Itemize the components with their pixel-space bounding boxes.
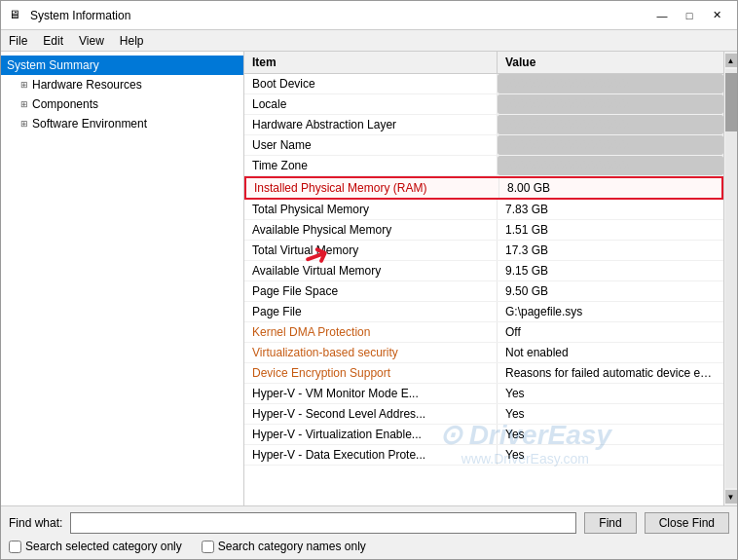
row-item-label: Time Zone — [244, 156, 498, 175]
table-row[interactable]: Hyper-V - Data Execution Prote...Yes — [244, 445, 723, 466]
check-category-names[interactable]: Search category names only — [202, 540, 366, 553]
table-row[interactable]: Device Encryption SupportReasons for fai… — [244, 363, 723, 384]
row-item-value: XXXXXXXXXXXXXXXX — [498, 135, 723, 155]
minimize-button[interactable]: — — [649, 5, 675, 26]
row-item-value: 17.3 GB — [498, 241, 723, 260]
expand-icon: ⊞ — [20, 99, 28, 109]
table-row[interactable]: Page FileG:\pagefile.sys — [244, 302, 723, 322]
content-wrapper: Item Value Boot DeviceXXXXXXXXXXXXXXXXLo… — [244, 52, 737, 505]
expand-icon: ⊞ — [20, 119, 28, 129]
sidebar-label: Hardware Resources — [32, 78, 142, 92]
title-buttons: — □ ✕ — [649, 5, 729, 26]
row-item-label: Hyper-V - Second Level Addres... — [244, 404, 498, 424]
sidebar-label: Software Environment — [32, 117, 147, 131]
find-button[interactable]: Find — [584, 512, 636, 534]
row-item-label: Hyper-V - VM Monitor Mode E... — [244, 384, 498, 403]
row-item-label: Installed Physical Memory (RAM) — [246, 178, 499, 198]
row-item-label: Page File Space — [244, 281, 498, 301]
menu-item-edit[interactable]: Edit — [35, 32, 71, 50]
menu-item-file[interactable]: File — [1, 32, 35, 50]
row-item-label: Locale — [244, 94, 498, 114]
table-row[interactable]: Available Physical Memory1.51 GB — [244, 220, 723, 241]
check-category-names-label: Search category names only — [218, 540, 366, 553]
bottom-bar: Find what: Find Close Find Search select… — [1, 505, 737, 559]
header-item: Item — [244, 52, 498, 73]
check-selected-category-label: Search selected category only — [25, 540, 182, 553]
find-label: Find what: — [9, 516, 62, 530]
table-header: Item Value — [244, 52, 723, 74]
table-row[interactable]: Hyper-V - Virtualization Enable...Yes — [244, 425, 723, 445]
row-item-value: 9.15 GB — [498, 261, 723, 280]
table-row[interactable]: Time ZoneXXXXXXXXXXXXXXXX — [244, 156, 723, 176]
table-row[interactable]: Available Virtual Memory9.15 GB — [244, 261, 723, 281]
app-icon: 🖥 — [9, 8, 24, 23]
main-window: 🖥 System Information — □ ✕ FileEditViewH… — [0, 0, 738, 560]
close-find-button[interactable]: Close Find — [645, 512, 729, 534]
table-row[interactable]: Hyper-V - Second Level Addres...Yes — [244, 404, 723, 425]
maximize-button[interactable]: □ — [677, 5, 702, 26]
row-item-label: Hyper-V - Virtualization Enable... — [244, 425, 498, 444]
row-item-label: Hardware Abstraction Layer — [244, 115, 498, 134]
sidebar-item-system-summary[interactable]: System Summary — [1, 56, 243, 75]
row-item-value: 9.50 GB — [498, 281, 723, 301]
close-button[interactable]: ✕ — [704, 5, 729, 26]
scroll-track — [725, 69, 737, 488]
menu-bar: FileEditViewHelp — [1, 30, 737, 52]
scroll-up-button[interactable]: ▲ — [725, 54, 737, 67]
scroll-thumb[interactable] — [725, 73, 737, 131]
scroll-down-button[interactable]: ▼ — [725, 490, 737, 504]
table-body[interactable]: Boot DeviceXXXXXXXXXXXXXXXXLocaleXXXXXXX… — [244, 74, 723, 505]
main-content: System Summary ⊞ Hardware Resources ⊞ Co… — [1, 52, 737, 505]
row-item-value: XXXXXXXXXXXXXXXX — [498, 115, 723, 134]
table-row[interactable]: Hyper-V - VM Monitor Mode E...Yes — [244, 384, 723, 404]
row-item-value: 7.83 GB — [498, 200, 723, 219]
table-row[interactable]: Virtualization-based securityNot enabled — [244, 343, 723, 363]
row-item-label: Page File — [244, 302, 498, 321]
table-row[interactable]: User NameXXXXXXXXXXXXXXXX — [244, 135, 723, 156]
sidebar-label: System Summary — [7, 58, 99, 72]
row-item-label: Total Physical Memory — [244, 200, 498, 219]
check-selected-category[interactable]: Search selected category only — [9, 540, 182, 553]
row-item-label: Available Virtual Memory — [244, 261, 498, 280]
row-item-value: 1.51 GB — [498, 220, 723, 240]
row-item-label: Boot Device — [244, 74, 498, 93]
row-item-value: Not enabled — [498, 343, 723, 362]
title-bar: 🖥 System Information — □ ✕ — [1, 1, 737, 30]
table-row[interactable]: Kernel DMA ProtectionOff — [244, 322, 723, 343]
menu-item-view[interactable]: View — [71, 32, 112, 50]
row-item-value: XXXXXXXXXXXXXXXX — [498, 94, 723, 114]
check-category-names-input[interactable] — [202, 541, 214, 553]
row-item-label: Total Virtual Memory — [244, 241, 498, 260]
sidebar-item-components[interactable]: ⊞ Components — [1, 94, 243, 114]
row-item-value: Yes — [498, 425, 723, 444]
table-row[interactable]: Installed Physical Memory (RAM)8.00 GB — [244, 176, 723, 200]
row-item-label: User Name — [244, 135, 498, 155]
find-input[interactable] — [70, 512, 576, 534]
sidebar-item-software-environment[interactable]: ⊞ Software Environment — [1, 114, 243, 133]
table-row[interactable]: Total Physical Memory7.83 GB — [244, 200, 723, 220]
row-item-label: Device Encryption Support — [244, 363, 498, 383]
row-item-value: Yes — [498, 404, 723, 424]
row-item-label: Kernel DMA Protection — [244, 322, 498, 342]
row-item-value: 8.00 GB — [499, 178, 721, 198]
row-item-value: Yes — [498, 384, 723, 403]
row-item-value: Reasons for failed automatic device encr… — [498, 363, 723, 383]
table-row[interactable]: Total Virtual Memory17.3 GB — [244, 241, 723, 261]
sidebar-item-hardware-resources[interactable]: ⊞ Hardware Resources — [1, 75, 243, 94]
menu-item-help[interactable]: Help — [112, 32, 152, 50]
row-item-value: XXXXXXXXXXXXXXXX — [498, 74, 723, 93]
content-pane: Item Value Boot DeviceXXXXXXXXXXXXXXXXLo… — [244, 52, 723, 505]
row-item-value: XXXXXXXXXXXXXXXX — [498, 156, 723, 175]
check-selected-category-input[interactable] — [9, 541, 21, 553]
sidebar-label: Components — [32, 97, 98, 111]
table-row[interactable]: Hardware Abstraction LayerXXXXXXXXXXXXXX… — [244, 115, 723, 135]
window-title: System Information — [30, 9, 130, 22]
table-row[interactable]: Boot DeviceXXXXXXXXXXXXXXXX — [244, 74, 723, 94]
sidebar: System Summary ⊞ Hardware Resources ⊞ Co… — [1, 52, 244, 505]
check-row: Search selected category only Search cat… — [9, 540, 729, 553]
find-row: Find what: Find Close Find — [9, 512, 729, 534]
table-row[interactable]: LocaleXXXXXXXXXXXXXXXX — [244, 94, 723, 115]
table-row[interactable]: Page File Space9.50 GB — [244, 281, 723, 302]
scrollbar[interactable]: ▲ ▼ — [723, 52, 737, 505]
row-item-value: Off — [498, 322, 723, 342]
